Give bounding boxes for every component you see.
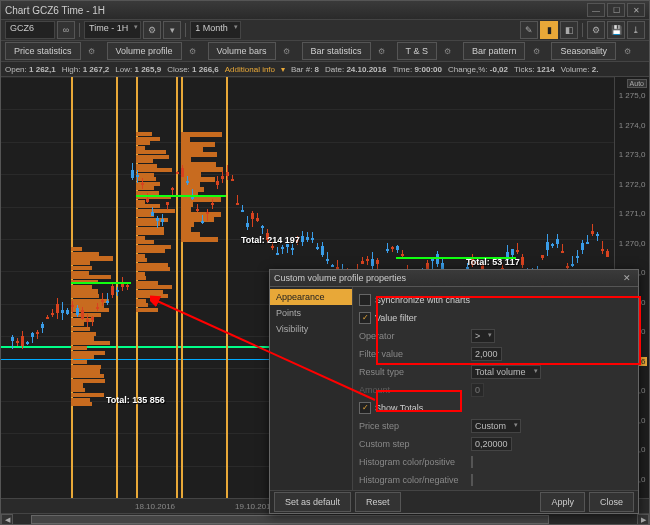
scroll-right[interactable]: ▶ [637,514,649,525]
titlebar: Chart GCZ6 Time - 1H — ☐ ✕ [1,1,649,20]
timeframe-dropdown[interactable]: Time - 1H [84,21,141,39]
gear-icon[interactable]: ⚙ [529,44,543,58]
close-icon[interactable]: ✕ [620,273,634,283]
scroll-thumb[interactable] [31,515,549,524]
sidebar-item-points[interactable]: Points [270,305,352,321]
total-label: Total: 135 856 [106,395,165,405]
custom-step-input[interactable]: 0,20000 [471,437,512,451]
tool-button[interactable]: ◧ [560,21,578,39]
save-icon[interactable]: 💾 [607,21,625,39]
maximize-button[interactable]: ☐ [607,3,625,17]
tab-seasonality[interactable]: Seasonality [551,42,616,60]
gear-icon[interactable]: ⚙ [587,21,605,39]
close-button[interactable]: Close [589,492,634,512]
gear-icon[interactable]: ⚙ [280,44,294,58]
reset-button[interactable]: Reset [355,492,401,512]
price-step-dropdown[interactable]: Custom [471,419,521,433]
tab-volume-bars[interactable]: Volume bars [208,42,276,60]
toolbar-main: GCZ6 ∞ Time - 1H ⚙ ▾ 1 Month ✎ ▮ ◧ ⚙ 💾 ⤓ [1,20,649,41]
total-label: Total: 53 117 [466,257,520,267]
set-default-button[interactable]: Set as default [274,492,351,512]
properties-dialog: Custom volume profile properties ✕ Appea… [269,269,639,514]
auto-button[interactable]: Auto [627,79,647,88]
value-filter-checkbox[interactable]: ✓Value filter [359,312,417,324]
show-totals-checkbox[interactable]: ✓Show Totals [359,402,423,414]
link-button[interactable]: ∞ [57,21,75,39]
dialog-footer: Set as default Reset Apply Close [270,490,638,513]
dialog-sidebar: Appearance Points Visibility [270,287,353,490]
range-dropdown[interactable]: 1 Month [190,21,241,39]
tab-bar-stats[interactable]: Bar statistics [302,42,371,60]
gear-icon[interactable]: ⚙ [143,21,161,39]
result-type-dropdown[interactable]: Total volume [471,365,541,379]
sidebar-item-appearance[interactable]: Appearance [270,289,352,305]
pencil-icon[interactable]: ✎ [520,21,538,39]
histogram-negative-color[interactable] [471,474,473,486]
sync-checkbox[interactable]: Synchronize with charts [359,294,470,306]
histogram-positive-color[interactable] [471,456,473,468]
operator-dropdown[interactable]: > [471,329,495,343]
symbol-input[interactable]: GCZ6 [5,21,55,39]
dialog-title: Custom volume profile properties [274,273,406,283]
down-icon[interactable]: ▾ [163,21,181,39]
scroll-left[interactable]: ◀ [1,514,13,525]
window-title: Chart GCZ6 Time - 1H [5,5,585,16]
indicator-tabs: Price statistics ⚙ Volume profile ⚙ Volu… [1,41,649,62]
gear-icon[interactable]: ⚙ [620,44,634,58]
gear-icon[interactable]: ⚙ [186,44,200,58]
gear-icon[interactable]: ⚙ [375,44,389,58]
dialog-titlebar[interactable]: Custom volume profile properties ✕ [270,270,638,287]
bar-info: Open: 1 262,1 High: 1 267,2 Low: 1 265,9… [1,62,649,77]
gear-icon[interactable]: ⚙ [85,44,99,58]
close-button[interactable]: ✕ [627,3,645,17]
tab-price-stats[interactable]: Price statistics [5,42,81,60]
bar-tool-button[interactable]: ▮ [540,21,558,39]
export-icon[interactable]: ⤓ [627,21,645,39]
filter-value-input[interactable]: 2,000 [471,347,502,361]
tab-bar-pattern[interactable]: Bar pattern [463,42,526,60]
sidebar-item-visibility[interactable]: Visibility [270,321,352,337]
horizontal-scrollbar[interactable]: ◀ ▶ [1,513,649,524]
tab-ts[interactable]: T & S [397,42,437,60]
tab-volume-profile[interactable]: Volume profile [107,42,182,60]
minimize-button[interactable]: — [587,3,605,17]
amount-input: 0 [471,383,484,397]
total-label: Total: 214 197 [241,235,300,245]
gear-icon[interactable]: ⚙ [441,44,455,58]
dialog-content: Synchronize with charts ✓Value filter Op… [353,287,638,490]
apply-button[interactable]: Apply [540,492,585,512]
